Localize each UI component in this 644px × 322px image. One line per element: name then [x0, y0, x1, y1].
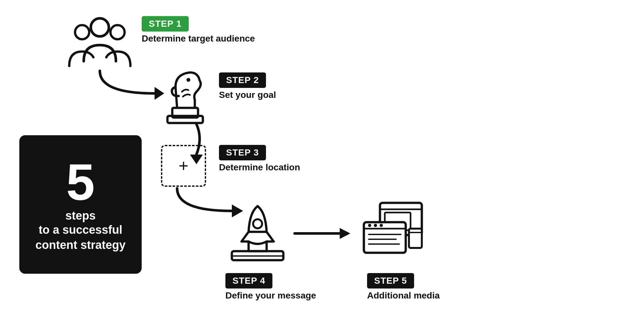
svg-marker-13 [340, 228, 350, 239]
plus-box-icon: + [161, 145, 206, 187]
step3-label: Determine location [219, 162, 300, 173]
big-text1: steps [65, 209, 96, 223]
step2-label: Set your goal [219, 90, 276, 100]
step1-content: STEP 1 Determine target audience [142, 16, 255, 44]
rocket-icon [229, 200, 287, 264]
svg-rect-25 [409, 229, 422, 248]
step4-content: STEP 4 Define your message [225, 273, 316, 301]
main-container: 5 steps to a successful content strategy… [0, 0, 644, 322]
arrow4 [293, 225, 351, 242]
step1-icon-area [64, 10, 135, 75]
step1-badge: STEP 1 [142, 16, 189, 32]
svg-point-20 [374, 224, 377, 227]
step1-label: Determine target audience [142, 33, 255, 44]
svg-point-21 [380, 224, 383, 227]
step5-content: STEP 5 Additional media [367, 273, 440, 301]
svg-point-0 [91, 18, 109, 36]
svg-point-11 [253, 219, 262, 228]
media-icon [361, 196, 425, 264]
step5-badge: STEP 5 [367, 273, 414, 289]
step3-icon-area: + [161, 145, 206, 187]
big-box: 5 steps to a successful content strategy [19, 135, 142, 274]
step4-icon-area [229, 200, 287, 265]
step5-label: Additional media [367, 290, 440, 301]
step4-badge: STEP 4 [225, 273, 272, 289]
step4-label: Define your message [225, 290, 316, 301]
svg-point-2 [110, 25, 125, 39]
step5-icon-area [361, 196, 425, 265]
people-icon [64, 10, 135, 74]
svg-point-1 [75, 25, 89, 39]
step3-content: STEP 3 Determine location [219, 145, 300, 173]
step2-badge: STEP 2 [219, 72, 266, 88]
big-number: 5 [66, 156, 95, 208]
svg-point-6 [186, 78, 190, 82]
step3-badge: STEP 3 [219, 145, 266, 160]
step2-content: STEP 2 Set your goal [219, 72, 276, 100]
chess-icon [161, 68, 209, 126]
svg-point-19 [368, 224, 371, 227]
step2-icon-area [161, 68, 209, 127]
big-text2: to a successful content strategy [35, 223, 126, 253]
